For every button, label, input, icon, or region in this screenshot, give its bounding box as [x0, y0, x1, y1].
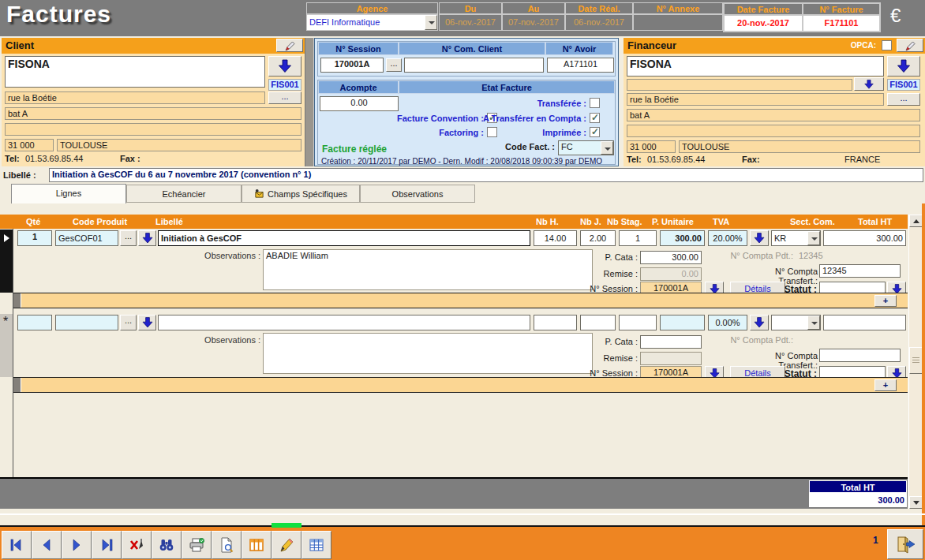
grid-vertical-scrollbar[interactable] [908, 215, 922, 509]
exit-button[interactable] [887, 529, 923, 559]
client-address2-field[interactable]: bat A [5, 107, 301, 120]
row2-tva-lookup-button[interactable] [750, 315, 769, 330]
tab-observations[interactable]: Observations [360, 185, 475, 203]
panel-splitter[interactable] [305, 38, 314, 166]
row1-tva-field[interactable]: 20.00% [708, 230, 747, 246]
row1-totalht-field[interactable]: 300.00 [823, 230, 906, 246]
scroll-up-icon[interactable] [909, 215, 923, 227]
row2-add-line-button[interactable]: + [874, 379, 897, 391]
financeur-address3-field[interactable] [627, 125, 920, 137]
scroll-down-icon[interactable] [909, 496, 923, 509]
row2-qte-field[interactable] [17, 315, 52, 330]
client-more-button[interactable]: ... [268, 91, 301, 104]
row1-tva-lookup-button[interactable] [750, 230, 769, 246]
financeur-code-link[interactable]: FIS001 [887, 79, 920, 91]
row2-sectcom-select[interactable] [771, 315, 821, 330]
delete-record-button[interactable] [122, 531, 152, 559]
row2-compta-transfert-field[interactable] [819, 349, 901, 362]
grid-view-button[interactable] [301, 531, 331, 559]
row2-code-field[interactable] [55, 315, 118, 330]
row1-sectcom-select[interactable]: KR [771, 230, 821, 246]
client-address3-field[interactable] [5, 123, 301, 136]
annexe-value[interactable] [633, 14, 723, 31]
row2-punitaire-field[interactable] [660, 315, 705, 330]
row1-nbstag-field[interactable]: 1 [619, 230, 657, 246]
financeur-zip-field[interactable]: 31 000 [627, 140, 676, 153]
row2-nbj-field[interactable] [580, 315, 616, 330]
row2-nbstag-field[interactable] [619, 315, 657, 330]
au-value[interactable]: 07-nov.-2017 [502, 14, 565, 31]
acompte-field[interactable]: 0.00 [320, 96, 399, 111]
financeur-lookup-button[interactable] [887, 56, 920, 77]
row2-sectcom-dropdown-icon[interactable] [807, 315, 820, 330]
financeur-address1-field[interactable]: rue la Boétie [627, 93, 884, 106]
row2-totalht-field[interactable] [823, 315, 906, 330]
last-record-button[interactable] [92, 531, 122, 559]
code-fact-select[interactable]: FC [558, 140, 614, 155]
row2-selector[interactable] [0, 314, 13, 377]
num-avoir-field[interactable]: A171101 [547, 58, 614, 73]
row1-pcata-field[interactable]: 300.00 [640, 251, 702, 264]
previous-record-button[interactable] [32, 531, 62, 559]
row1-sectcom-dropdown-icon[interactable] [807, 231, 820, 245]
row2-code-lookup-button[interactable] [138, 315, 156, 330]
row1-nbh-field[interactable]: 14.00 [534, 230, 577, 246]
row2-pcata-field[interactable] [640, 335, 702, 349]
opca-checkbox[interactable] [882, 40, 892, 50]
scrollbar-thumb[interactable] [909, 347, 923, 374]
du-value[interactable]: 06-nov.-2017 [439, 14, 502, 31]
tab-echeancier[interactable]: Echéancier [126, 185, 242, 203]
row1-compta-transfert-field[interactable]: 12345 [819, 264, 901, 278]
row2-nbh-field[interactable] [534, 315, 577, 330]
row2-tva-field[interactable]: 0.00% [708, 315, 747, 330]
row1-nbj-field[interactable]: 2.00 [580, 230, 616, 246]
num-facture-value[interactable]: F171101 [803, 15, 880, 32]
agence-dropdown-icon[interactable] [425, 15, 437, 30]
financeur-more-button[interactable]: ... [887, 93, 920, 106]
financeur-address2-field[interactable]: bat A [627, 109, 920, 121]
row1-remise-field[interactable]: 0.00 [640, 267, 702, 281]
row2-libelle-field[interactable] [158, 315, 530, 330]
financeur-name-field[interactable]: FISONA [627, 56, 884, 77]
client-zip-field[interactable]: 31 000 [5, 139, 54, 151]
session-more-button[interactable]: ... [386, 58, 402, 72]
num-session-field[interactable]: 170001A [320, 58, 384, 73]
imprimee-checkbox[interactable] [590, 127, 600, 137]
code-fact-dropdown-icon[interactable] [601, 141, 613, 155]
libelle-field[interactable]: Initiation à GesCOF du 6 au 7 novembre 2… [49, 168, 923, 182]
print-button[interactable] [182, 531, 212, 559]
a-transferer-checkbox[interactable] [590, 113, 600, 123]
financeur-edit-button[interactable] [897, 39, 923, 52]
next-record-button[interactable] [62, 531, 92, 559]
transferee-checkbox[interactable] [590, 98, 600, 108]
edit-mode-button[interactable] [272, 531, 301, 559]
client-lookup-button[interactable] [268, 56, 301, 77]
date-facture-value[interactable]: 20-nov.-2017 [724, 15, 803, 32]
row1-libelle-field[interactable]: Initiation à GesCOF [158, 230, 530, 246]
client-address1-field[interactable]: rue la Boétie [5, 91, 265, 104]
row1-qte-field[interactable]: 1 [17, 230, 52, 246]
print-preview-button[interactable] [212, 531, 242, 559]
row1-add-line-button[interactable]: + [874, 295, 897, 307]
row1-selector[interactable] [0, 230, 13, 293]
tab-lignes[interactable]: Lignes [11, 184, 126, 203]
client-city-field[interactable]: TOULOUSE [57, 139, 301, 151]
financeur-secondary-lookup-button[interactable] [854, 77, 884, 91]
financeur-secondary-field[interactable] [627, 79, 852, 91]
search-button[interactable] [152, 531, 182, 559]
row1-code-field[interactable]: GesCOF01 [55, 230, 118, 246]
tab-champs-specifiques[interactable]: Champs Spécifiques [242, 185, 360, 203]
row1-code-more-button[interactable]: ... [120, 230, 137, 246]
date-real-value[interactable]: 06-nov.-2017 [565, 14, 633, 31]
row2-observations-field[interactable] [263, 333, 593, 374]
agence-select[interactable]: DEFI Informatique [306, 14, 438, 31]
first-record-button[interactable] [2, 531, 32, 559]
row2-code-more-button[interactable]: ... [120, 315, 137, 330]
client-edit-button[interactable] [276, 39, 303, 52]
row1-punitaire-field[interactable]: 300.00 [660, 230, 705, 246]
row1-observations-field[interactable]: ABADIE William [263, 249, 593, 290]
client-name-field[interactable]: FISONA [5, 56, 265, 88]
row1-code-lookup-button[interactable] [138, 230, 156, 246]
columns-view-button[interactable] [242, 531, 272, 559]
client-code-link[interactable]: FIS001 [268, 79, 301, 91]
